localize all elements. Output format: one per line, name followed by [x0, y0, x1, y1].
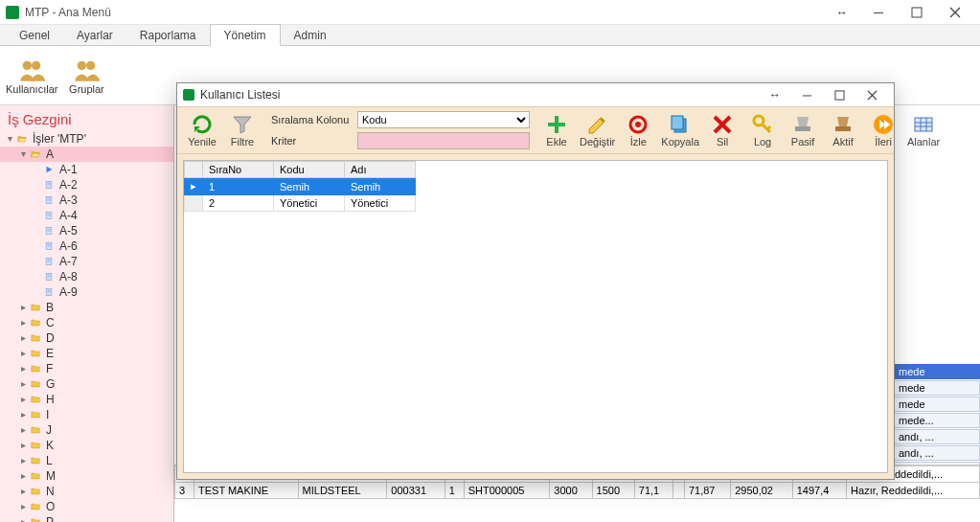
tree-expander[interactable]: ▸: [17, 499, 29, 514]
job-tree[interactable]: ▾İşler 'MTP'▾AA-1A-2A-3A-4A-5A-6A-7A-8A-…: [0, 131, 173, 522]
user-grid[interactable]: SıraNoKoduAdı▸1SemihSemih2YöneticiYöneti…: [183, 160, 888, 473]
tree-expander[interactable]: ▸: [17, 514, 29, 522]
tree-label: F: [46, 361, 53, 376]
tree-expander[interactable]: ▸: [17, 484, 29, 499]
menu-tabs: GenelAyarlarRaporlamaYönetimAdmin: [0, 25, 980, 46]
edit-icon: [586, 113, 609, 136]
tree-letter-a[interactable]: ▾A: [0, 147, 173, 162]
tree-letter-m[interactable]: ▸M: [0, 468, 173, 484]
tree-item-a-3[interactable]: A-3: [0, 193, 173, 208]
tree-expander[interactable]: ▸: [17, 361, 29, 376]
tree-expander[interactable]: ▸: [17, 330, 29, 346]
tree-expander[interactable]: ▸: [17, 407, 29, 422]
grid-icon: [912, 113, 935, 136]
toolbar-yenile-button[interactable]: Yenile: [183, 111, 221, 149]
tree-letter-o[interactable]: ▸O: [0, 499, 173, 514]
sidebar-title: İş Gezgini: [0, 105, 173, 131]
tree-expander[interactable]: ▸: [17, 392, 29, 407]
menutab-genel[interactable]: Genel: [6, 25, 63, 45]
tree-expander[interactable]: ▸: [17, 468, 29, 484]
tree-expander[interactable]: ▸: [17, 346, 29, 361]
tree-letter-i[interactable]: ▸I: [0, 407, 173, 422]
tree-expander[interactable]: ▸: [17, 438, 29, 453]
tree-label: H: [46, 392, 55, 407]
toolbar-sil-button[interactable]: Sil: [703, 111, 741, 149]
toolbar-alanlar-button[interactable]: Alanlar: [904, 111, 943, 149]
tree-root[interactable]: ▾İşler 'MTP': [0, 131, 173, 147]
folder-icon: [29, 378, 42, 390]
tree-letter-k[interactable]: ▸K: [0, 438, 173, 453]
tree-letter-f[interactable]: ▸F: [0, 361, 173, 376]
column-header[interactable]: SıraNo: [203, 162, 274, 178]
toolbar-filtre-button[interactable]: Filtre: [223, 111, 262, 149]
dialog-maximize-button[interactable]: [823, 84, 855, 105]
tree-letter-e[interactable]: ▸E: [0, 346, 173, 361]
tree-label: A-8: [59, 269, 78, 284]
folder-icon: [29, 486, 42, 497]
doc-icon: [42, 179, 56, 191]
ribbon-gruplar-button[interactable]: Gruplar: [61, 50, 111, 101]
tree-item-a-8[interactable]: A-8: [0, 269, 173, 284]
maximize-button[interactable]: [898, 0, 936, 25]
menutab-raporlama[interactable]: Raporlama: [126, 25, 210, 45]
minimize-button[interactable]: [859, 0, 898, 25]
toolbar-aktif-button[interactable]: Aktif: [824, 111, 862, 149]
toolbar-ekle-button[interactable]: Ekle: [537, 111, 576, 149]
sort-column-select[interactable]: Kodu: [357, 111, 530, 128]
tree-letter-n[interactable]: ▸N: [0, 484, 173, 499]
tree-expander[interactable]: ▾: [17, 147, 29, 162]
column-header[interactable]: Adı: [345, 162, 416, 178]
criteria-input[interactable]: [357, 132, 530, 149]
dialog-titlebar[interactable]: Kullanıcı Listesi ↔: [177, 83, 894, 106]
menutab-ayarlar[interactable]: Ayarlar: [63, 25, 126, 45]
tree-letter-b[interactable]: ▸B: [0, 300, 173, 315]
tree-letter-p[interactable]: ▸P: [0, 514, 173, 522]
svg-point-5: [86, 60, 95, 69]
tree-item-a-5[interactable]: A-5: [0, 223, 173, 238]
tree-letter-d[interactable]: ▸D: [0, 330, 173, 346]
tree-item-a-7[interactable]: A-7: [0, 254, 173, 269]
folderOpen-icon: [15, 133, 29, 145]
ribbon-kullanicilar-button[interactable]: Kullanıcılar: [6, 50, 57, 101]
tree-letter-g[interactable]: ▸G: [0, 376, 173, 392]
tree-expander[interactable]: ▸: [17, 376, 29, 392]
tree-letter-c[interactable]: ▸C: [0, 315, 173, 330]
toolbar-pasif-button[interactable]: Pasif: [784, 111, 822, 149]
tree-item-a-4[interactable]: A-4: [0, 208, 173, 223]
column-header[interactable]: Kodu: [274, 162, 345, 178]
tree-label: A-4: [59, 208, 78, 223]
table-row[interactable]: 2YöneticiYönetici: [185, 195, 416, 212]
toolbar-label: İzle: [630, 136, 647, 148]
tree-item-a-2[interactable]: A-2: [0, 177, 173, 193]
tree-item-a-1[interactable]: A-1: [0, 162, 173, 177]
table-row[interactable]: 3TEST MAKINEMILDSTEEL0003311SHT000005300…: [175, 483, 980, 499]
tree-letter-l[interactable]: ▸L: [0, 453, 173, 468]
user-list-dialog: Kullanıcı Listesi ↔ YenileFiltre Sıralam…: [176, 82, 895, 480]
tree-item-a-9[interactable]: A-9: [0, 284, 173, 300]
criteria-label: Kriter: [271, 135, 352, 147]
toolbar-degistir-button[interactable]: Değiştir: [578, 111, 617, 149]
table-row[interactable]: ▸1SemihSemih: [185, 178, 416, 195]
dialog-minimize-button[interactable]: [790, 84, 823, 105]
tree-letter-j[interactable]: ▸J: [0, 422, 173, 438]
tree-label: A-6: [59, 238, 78, 254]
tree-expander[interactable]: ▸: [17, 315, 29, 330]
tree-expander[interactable]: ▸: [17, 453, 29, 468]
toolbar-ileri-button[interactable]: İleri: [864, 111, 902, 149]
tree-letter-h[interactable]: ▸H: [0, 392, 173, 407]
toolbar-izle-button[interactable]: İzle: [619, 111, 657, 149]
toolbar-log-button[interactable]: Log: [743, 111, 782, 149]
tree-expander[interactable]: ▸: [17, 300, 29, 315]
tree-item-a-6[interactable]: A-6: [0, 238, 173, 254]
tree-expander[interactable]: ▾: [4, 131, 15, 147]
tree-label: C: [46, 315, 55, 330]
tree-expander[interactable]: ▸: [17, 422, 29, 438]
menutab-admin[interactable]: Admin: [281, 25, 340, 45]
tree-label: O: [46, 499, 55, 514]
toolbar-kopyala-button[interactable]: Kopyala: [659, 111, 701, 149]
plus-icon: [545, 113, 568, 136]
folder-icon: [29, 317, 42, 329]
menutab-yönetim[interactable]: Yönetim: [210, 24, 281, 46]
close-button[interactable]: [936, 0, 974, 25]
dialog-close-button[interactable]: [855, 84, 888, 105]
